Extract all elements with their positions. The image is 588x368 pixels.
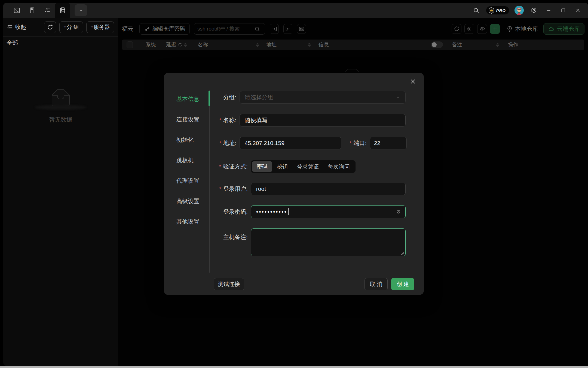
maximize-icon	[561, 8, 566, 13]
titlebar-controls: PRO	[471, 6, 588, 15]
titlebar: PRO	[3, 3, 588, 18]
tab-basic-info[interactable]: 基本信息	[164, 89, 209, 109]
desktop: PRO	[0, 0, 588, 368]
create-button[interactable]: 创 建	[391, 278, 414, 290]
footer-divider	[170, 274, 418, 274]
auth-option-credential[interactable]: 登录凭证	[292, 161, 323, 172]
name-input[interactable]	[240, 114, 406, 126]
empty-box-shadow	[35, 105, 87, 110]
cancel-button[interactable]: 取 消	[365, 278, 388, 290]
tab-advanced-settings[interactable]: 高级设置	[164, 191, 209, 211]
tabs-divider	[209, 90, 210, 273]
tab-terminal[interactable]	[9, 3, 24, 18]
search-icon	[473, 7, 479, 14]
group-placeholder: 请选择分组	[245, 93, 273, 101]
sidebar: 收起 +分 组 +服务器 全部	[3, 18, 118, 366]
group-select[interactable]: 请选择分组	[240, 91, 406, 104]
tab-other-settings[interactable]: 其他设置	[164, 211, 209, 232]
sidebar-refresh-button[interactable]	[44, 21, 56, 33]
flow-icon	[44, 7, 51, 14]
close-icon	[410, 78, 416, 85]
dialog-close-button[interactable]	[409, 78, 417, 85]
add-server-button[interactable]: +服务器	[86, 21, 114, 33]
sidebar-empty-state: 暂无数据	[3, 88, 118, 123]
tab-connection-settings[interactable]: 连接设置	[164, 109, 209, 129]
password-masked-value: •••••••••••	[256, 209, 287, 215]
avatar-image	[514, 6, 524, 15]
address-input[interactable]	[240, 137, 341, 149]
user-avatar[interactable]	[514, 6, 524, 15]
tab-proxy-settings[interactable]: 代理设置	[164, 170, 209, 191]
close-icon	[575, 7, 581, 13]
server-icon	[59, 7, 66, 14]
auth-option-ask[interactable]: 每次询问	[323, 161, 354, 172]
resize-grip-icon[interactable]	[400, 251, 405, 255]
minimize-button[interactable]	[544, 6, 553, 15]
required-marker: *	[350, 140, 354, 146]
auth-option-password[interactable]: 密码	[252, 161, 272, 172]
sidebar-header: 收起 +分 组 +服务器	[3, 18, 118, 37]
host-note-textarea[interactable]	[251, 229, 405, 256]
terminal-icon	[13, 7, 20, 14]
text-cursor	[288, 208, 289, 215]
dialog-tabs: 基本信息 连接设置 初始化 跳板机 代理设置 高级设置 其他设置	[164, 89, 209, 232]
collapse-label: 收起	[15, 23, 26, 31]
tab-jump-host[interactable]: 跳板机	[164, 150, 209, 170]
pro-label: PRO	[496, 8, 506, 13]
login-user-input[interactable]	[251, 183, 406, 195]
collapse-sidebar-button[interactable]: 收起	[7, 23, 26, 31]
tab-bookmarks[interactable]	[24, 3, 40, 18]
crown-hexagon-icon	[488, 7, 495, 14]
maximize-button[interactable]	[559, 6, 568, 15]
taskbar-edge	[0, 366, 588, 368]
collapse-icon	[7, 24, 13, 31]
add-host-dialog: 基本信息 连接设置 初始化 跳板机 代理设置 高级设置 其他设置 分组: 请选择…	[164, 73, 424, 295]
tab-overflow-button[interactable]	[75, 4, 87, 16]
chevron-down-icon	[78, 8, 84, 13]
required-marker: *	[219, 117, 223, 123]
required-marker: *	[219, 186, 223, 192]
tab-flow[interactable]	[40, 3, 55, 18]
port-label: 端口:	[354, 139, 367, 147]
group-label: 分组:	[223, 93, 236, 101]
port-input[interactable]	[370, 137, 407, 149]
user-row: * 登录用户:	[219, 183, 406, 195]
auth-label: 验证方式:	[223, 163, 248, 170]
titlebar-tabs	[3, 3, 87, 18]
note-label: 主机备注:	[223, 233, 248, 241]
add-group-button[interactable]: +分 组	[59, 21, 83, 33]
address-row: * 地址: * 端口:	[219, 137, 406, 149]
refresh-icon	[47, 24, 53, 31]
hexagon-gear-icon	[531, 7, 537, 14]
book-icon	[29, 7, 36, 14]
test-connection-button[interactable]: 测试连接	[214, 278, 244, 290]
settings-button[interactable]	[529, 6, 538, 15]
password-label: 登录密码:	[223, 208, 248, 216]
auth-row: * 验证方式: 密码 秘钥 登录凭证 每次询问	[219, 160, 406, 173]
login-password-input[interactable]: •••••••••••	[251, 205, 406, 218]
global-search-button[interactable]	[471, 6, 481, 15]
active-tab-indicator	[209, 91, 210, 106]
chevron-down-icon	[395, 95, 400, 100]
note-row: 主机备注:	[219, 228, 406, 256]
tab-servers[interactable]	[55, 3, 70, 18]
empty-text: 暂无数据	[49, 116, 72, 123]
password-row: 登录密码: •••••••••••	[219, 205, 406, 218]
tab-initialization[interactable]: 初始化	[164, 129, 209, 150]
sidebar-actions: +分 组 +服务器	[44, 21, 114, 33]
pro-badge[interactable]: PRO	[486, 6, 509, 14]
minimize-icon	[546, 7, 552, 13]
app-window: PRO	[3, 3, 588, 366]
sidebar-item-all[interactable]: 全部	[3, 37, 118, 49]
close-window-button[interactable]	[573, 6, 583, 15]
required-marker: *	[219, 140, 223, 146]
auth-method-segmented: 密码 秘钥 登录凭证 每次询问	[251, 160, 356, 173]
user-label: 登录用户:	[223, 185, 248, 193]
address-label: 地址:	[223, 139, 236, 147]
host-note-field	[251, 228, 406, 256]
name-row: * 名称:	[219, 114, 406, 126]
eye-off-icon[interactable]	[395, 209, 402, 215]
auth-option-key[interactable]: 秘钥	[272, 161, 292, 172]
group-row: 分组: 请选择分组	[219, 91, 406, 104]
name-label: 名称:	[223, 116, 236, 124]
